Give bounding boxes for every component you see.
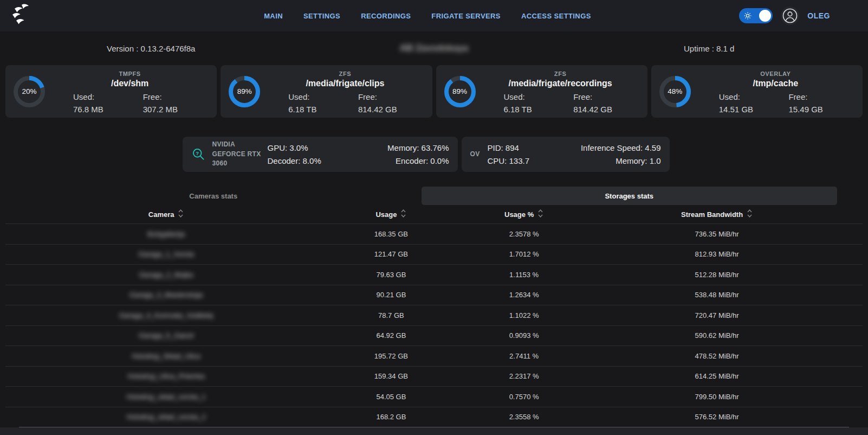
cell-usage-percent: 0.7570 % (456, 393, 593, 401)
cell-usage: 90.21 GB (327, 291, 455, 299)
storage-fs-type: ZFS (265, 71, 424, 77)
storages-stats-table: Camera Usage Usage % Stream Bandwidth (5, 205, 863, 427)
info-row: Version : 0.13.2-6476f8a AB Zavodskaya U… (0, 31, 868, 65)
table-row[interactable]: Garaga_5_Zaezd 64.92 GB 0.9093 % 590.62 … (5, 325, 863, 346)
sort-icon[interactable] (537, 209, 543, 220)
cell-usage-percent: 1.7012 % (456, 250, 593, 258)
cell-stream-bandwidth: 590.62 MiB/hr (593, 331, 841, 340)
nav-link-settings[interactable]: SETTINGS (303, 12, 340, 20)
storage-fs-type: TMPFS (50, 71, 209, 77)
table-row[interactable]: Garaga_4_Komnata_Voditelej 78.7 GB 1.102… (5, 305, 863, 325)
used-free-grid: Used: 14.51 GB Free: 15.49 GB (696, 92, 855, 114)
uptime-label: Uptime : 8.1 d (684, 44, 734, 53)
tab-storages-stats[interactable]: Storages stats (422, 187, 838, 205)
username[interactable]: OLEG (807, 11, 830, 20)
used-label: Used: (73, 92, 143, 101)
storage-card: 20% TMPFS /dev/shm Used: 76.8 MB Free: 3… (5, 65, 217, 118)
storage-usage-donut: 48% (658, 75, 692, 108)
theme-toggle[interactable] (739, 8, 773, 23)
cell-camera-name-blurred: Garaga_4_Komnata_Voditelej (5, 311, 327, 319)
storage-percent-label: 48% (658, 75, 692, 108)
used-free-grid: Used: 6.18 TB Free: 814.42 GB (481, 92, 640, 114)
cell-stream-bandwidth: 538.48 MiB/hr (593, 291, 841, 299)
page-title-blurred: AB Zavodskaya (0, 43, 868, 54)
frigate-logo-icon[interactable] (9, 4, 33, 28)
table-row[interactable]: Holodnyj_sklad_vorota_2 168.2 GB 2.3558 … (5, 407, 863, 427)
table-row[interactable]: Holodnyj_Ulica_Priemka 159.34 GB 2.2317 … (5, 366, 863, 387)
used-free-grid: Used: 6.18 TB Free: 814.42 GB (265, 92, 424, 114)
cell-camera-name-blurred: Garaga_2_Mojka (5, 271, 327, 279)
toggle-thumb[interactable] (759, 10, 771, 22)
storage-mount-path: /dev/shm (50, 79, 209, 88)
cell-stream-bandwidth: 812.93 MiB/hr (593, 250, 841, 258)
cell-usage: 79.63 GB (327, 271, 455, 279)
storage-card: 48% OVERLAY /tmp/cache Used: 14.51 GB Fr… (651, 65, 863, 118)
column-header-camera[interactable]: Camera (5, 209, 327, 220)
storage-card-body: ZFS /media/frigate/clips Used: 6.18 TB F… (261, 66, 432, 118)
cell-usage-percent: 2.7411 % (456, 352, 593, 360)
free-value: 814.42 GB (358, 105, 425, 114)
detector-inference-speed: Inference Speed: 4.59 (581, 143, 661, 152)
sort-icon[interactable] (400, 209, 406, 220)
free-label: Free: (788, 92, 855, 101)
cell-usage-percent: 1.1022 % (456, 311, 593, 319)
account-icon[interactable] (781, 7, 799, 25)
column-header-stream-bandwidth[interactable]: Stream Bandwidth (593, 209, 841, 220)
cell-stream-bandwidth: 614.25 MiB/hr (593, 372, 841, 380)
sort-icon[interactable] (747, 209, 753, 220)
free-label: Free: (573, 92, 640, 101)
column-header-usage-percent[interactable]: Usage % (456, 209, 593, 220)
table-row[interactable]: Garaga_3_Masterskaja 90.21 GB 1.2634 % 5… (5, 285, 863, 305)
tab-cameras-stats[interactable]: Cameras stats (5, 187, 422, 205)
storage-percent-label: 89% (443, 75, 477, 108)
cell-stream-bandwidth: 576.52 MiB/hr (593, 413, 841, 421)
cell-usage: 64.92 GB (327, 331, 455, 340)
used-label: Used: (719, 92, 789, 101)
nav-link-recordings[interactable]: RECORDINGS (361, 12, 411, 20)
svg-text:?: ? (196, 150, 199, 156)
stats-tabbar: Cameras stats Storages stats (5, 187, 837, 205)
used-value: 6.18 TB (504, 105, 574, 114)
cell-usage-percent: 2.3578 % (456, 230, 593, 238)
storage-fs-type: OVERLAY (696, 71, 855, 77)
cell-usage-percent: 0.9093 % (456, 331, 593, 340)
cell-usage: 195.72 GB (327, 352, 455, 360)
free-value: 307.2 MB (143, 105, 210, 114)
storage-card-body: OVERLAY /tmp/cache Used: 14.51 GB Free: … (692, 66, 863, 118)
sun-icon (744, 12, 752, 22)
free-label: Free: (358, 92, 425, 101)
cell-usage: 78.7 GB (327, 311, 455, 319)
used-label: Used: (504, 92, 574, 101)
process-cards-row: ? NVIDIA GEFORCE RTX 3060 GPU: 3.0% Deco… (0, 137, 860, 172)
nav-links: MAINSETTINGSRECORDINGSFRIGATE SERVERSACC… (264, 0, 591, 31)
sort-icon[interactable] (178, 209, 184, 220)
table-row[interactable]: Garaga_1_Vorota 121.47 GB 1.7012 % 812.9… (5, 244, 863, 265)
nav-link-main[interactable]: MAIN (264, 12, 283, 20)
storage-percent-label: 89% (228, 75, 261, 108)
gpu-memory: Memory: 63.76% (387, 143, 449, 152)
storage-usage-donut: 89% (443, 75, 477, 108)
detector-name: OV (470, 150, 480, 159)
detector-cpu: CPU: 133.7 (487, 156, 529, 165)
storage-mount-path: /media/frigate/recordings (481, 79, 640, 88)
table-row[interactable]: Buhgalterija 168.35 GB 2.3578 % 736.35 M… (5, 223, 863, 244)
storage-usage-donut: 89% (228, 75, 261, 108)
cell-camera-name-blurred: Holodnyj_sklad_vorota_2 (5, 413, 327, 421)
table-row[interactable]: Garaga_2_Mojka 79.63 GB 1.1153 % 512.28 … (5, 264, 863, 285)
table-row[interactable]: Holodnyj_sklad_vorota_1 54.05 GB 0.7570 … (5, 386, 863, 407)
free-value: 15.49 GB (788, 105, 855, 114)
cell-camera-name-blurred: Garaga_3_Masterskaja (5, 291, 327, 299)
used-value: 6.18 TB (288, 105, 358, 114)
nav-link-access-settings[interactable]: ACCESS SETTINGS (521, 12, 591, 20)
nav-link-frigate-servers[interactable]: FRIGATE SERVERS (431, 12, 501, 20)
top-nav-bar: MAINSETTINGSRECORDINGSFRIGATE SERVERSACC… (0, 0, 868, 31)
storage-mount-path: /media/frigate/clips (265, 79, 424, 88)
cell-usage: 159.34 GB (327, 372, 455, 380)
used-label: Used: (288, 92, 358, 101)
table-row[interactable]: Holodnyj_Sklad_Ulica 195.72 GB 2.7411 % … (5, 346, 863, 366)
cell-usage: 54.05 GB (327, 393, 455, 401)
gpu-name: NVIDIA GEFORCE RTX 3060 (212, 140, 268, 168)
column-header-usage[interactable]: Usage (327, 209, 455, 220)
cell-camera-name-blurred: Garaga_5_Zaezd (5, 331, 327, 340)
cell-stream-bandwidth: 736.35 MiB/hr (593, 230, 841, 238)
